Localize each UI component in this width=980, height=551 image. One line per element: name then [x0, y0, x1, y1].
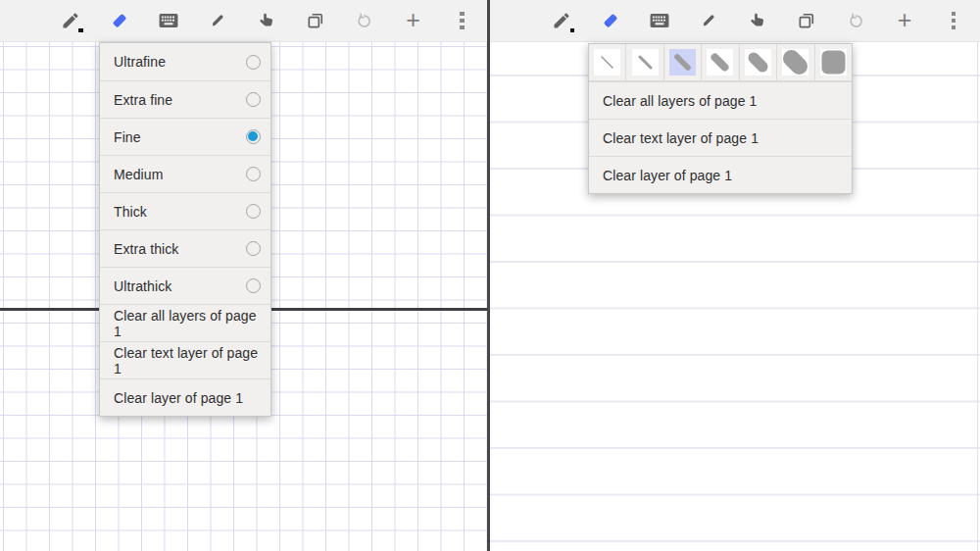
menu-item-label: Clear text layer of page 1 — [114, 345, 261, 376]
copy-icon — [797, 11, 816, 30]
undo-button[interactable] — [340, 0, 389, 41]
overflow-menu-button[interactable] — [929, 0, 978, 41]
stroke-size-2[interactable] — [626, 44, 663, 80]
highlighter-tool-button[interactable] — [193, 0, 242, 41]
hand-icon — [257, 11, 276, 30]
highlighter-tool-button[interactable] — [684, 0, 733, 41]
eraser-tool-button[interactable] — [95, 0, 144, 41]
pen-icon — [61, 11, 80, 30]
stroke-size-6[interactable] — [777, 44, 814, 80]
highlighter-icon — [208, 11, 227, 30]
page-panel-right: + — [490, 0, 980, 551]
add-page-button[interactable]: + — [880, 0, 929, 41]
menu-item-label: Clear layer of page 1 — [603, 168, 842, 183]
duplicate-page-button[interactable] — [782, 0, 831, 41]
finger-tool-button[interactable] — [242, 0, 291, 41]
menu-item-ultrafine[interactable]: Ultrafine — [100, 43, 270, 80]
eraser-menu-left: Ultrafine Extra fine Fine Medium Thick E… — [99, 42, 271, 417]
menu-item-extra-thick[interactable]: Extra thick — [100, 229, 270, 267]
menu-item-label: Extra thick — [114, 241, 246, 257]
radio-unselected-icon[interactable] — [246, 241, 261, 256]
radio-unselected-icon[interactable] — [246, 92, 261, 107]
stroke-size-2-swatch — [632, 49, 659, 75]
stroke-size-7[interactable] — [815, 44, 852, 80]
undo-icon — [354, 11, 374, 31]
stroke-size-6-swatch — [782, 49, 808, 75]
radio-unselected-icon[interactable] — [246, 167, 261, 181]
menu-item-label: Clear all layers of page 1 — [114, 308, 261, 339]
copy-icon — [306, 11, 325, 30]
pen-tool-button[interactable] — [537, 0, 586, 41]
eraser-icon — [600, 10, 621, 31]
page-divider — [487, 0, 490, 551]
menu-item-label: Clear layer of page 1 — [114, 390, 261, 406]
undo-button[interactable] — [831, 0, 880, 41]
duplicate-page-button[interactable] — [291, 0, 340, 41]
menu-item-clear-all-layers[interactable]: Clear all layers of page 1 — [100, 304, 270, 341]
menu-item-label: Clear text layer of page 1 — [603, 130, 842, 146]
stroke-size-3[interactable] — [664, 44, 702, 80]
menu-item-label: Thick — [114, 204, 246, 220]
eraser-tool-button[interactable] — [586, 0, 635, 41]
keyboard-icon — [159, 13, 178, 28]
pen-icon — [552, 11, 571, 30]
hand-icon — [748, 11, 767, 30]
menu-item-fine[interactable]: Fine — [100, 118, 270, 155]
eraser-menu-right: Clear all layers of page 1 Clear text la… — [588, 43, 853, 194]
pen-style-dot — [570, 28, 575, 33]
overflow-icon — [460, 12, 465, 30]
text-tool-button[interactable] — [635, 0, 684, 41]
finger-tool-button[interactable] — [733, 0, 782, 41]
app-screen: + Ultrafine Extra fine Fine Medium — [0, 0, 980, 551]
menu-item-label: Ultrathick — [114, 278, 246, 294]
menu-item-label: Extra fine — [114, 92, 246, 108]
menu-item-clear-text-layer[interactable]: Clear text layer of page 1 — [100, 341, 270, 378]
stroke-size-4-swatch — [707, 49, 733, 75]
radio-unselected-icon[interactable] — [246, 204, 261, 219]
radio-unselected-icon[interactable] — [246, 55, 261, 70]
highlighter-icon — [699, 11, 718, 30]
overflow-menu-button[interactable] — [438, 0, 487, 41]
page-edge-line — [977, 41, 978, 551]
menu-item-label: Ultrafine — [114, 54, 246, 70]
add-page-button[interactable]: + — [389, 0, 438, 41]
radio-selected-icon[interactable] — [246, 129, 261, 144]
toolbar-left: + — [0, 0, 487, 42]
menu-item-medium[interactable]: Medium — [100, 155, 270, 192]
stroke-size-row — [589, 44, 852, 81]
stroke-size-5-swatch — [745, 49, 771, 75]
toolbar-right: + — [490, 0, 980, 42]
stroke-size-3-swatch — [669, 49, 696, 75]
page-panel-left: + Ultrafine Extra fine Fine Medium — [0, 0, 487, 551]
stroke-size-4[interactable] — [702, 44, 739, 80]
menu-item-label: Fine — [114, 129, 246, 145]
plus-icon: + — [898, 8, 912, 32]
menu-item-thick[interactable]: Thick — [100, 192, 270, 229]
overflow-icon — [952, 12, 956, 30]
eraser-icon — [109, 10, 130, 31]
stroke-size-5[interactable] — [740, 44, 777, 80]
text-tool-button[interactable] — [144, 0, 193, 41]
undo-icon — [846, 11, 866, 31]
plus-icon: + — [406, 8, 420, 32]
menu-item-clear-all-layers[interactable]: Clear all layers of page 1 — [589, 81, 852, 119]
stroke-size-7-swatch — [820, 49, 847, 75]
radio-unselected-icon[interactable] — [246, 278, 261, 293]
keyboard-icon — [650, 13, 669, 28]
menu-item-clear-text-layer[interactable]: Clear text layer of page 1 — [589, 119, 852, 156]
pen-tool-button[interactable] — [46, 0, 95, 41]
stroke-size-1[interactable] — [589, 44, 626, 80]
menu-item-label: Clear all layers of page 1 — [603, 93, 842, 109]
menu-item-clear-layer[interactable]: Clear layer of page 1 — [589, 156, 852, 193]
pen-style-dot — [78, 28, 83, 33]
stroke-size-1-swatch — [594, 49, 620, 75]
menu-item-clear-layer[interactable]: Clear layer of page 1 — [100, 378, 270, 416]
menu-item-extra-fine[interactable]: Extra fine — [100, 80, 270, 118]
menu-item-ultrathick[interactable]: Ultrathick — [100, 267, 270, 304]
menu-item-label: Medium — [114, 167, 246, 182]
